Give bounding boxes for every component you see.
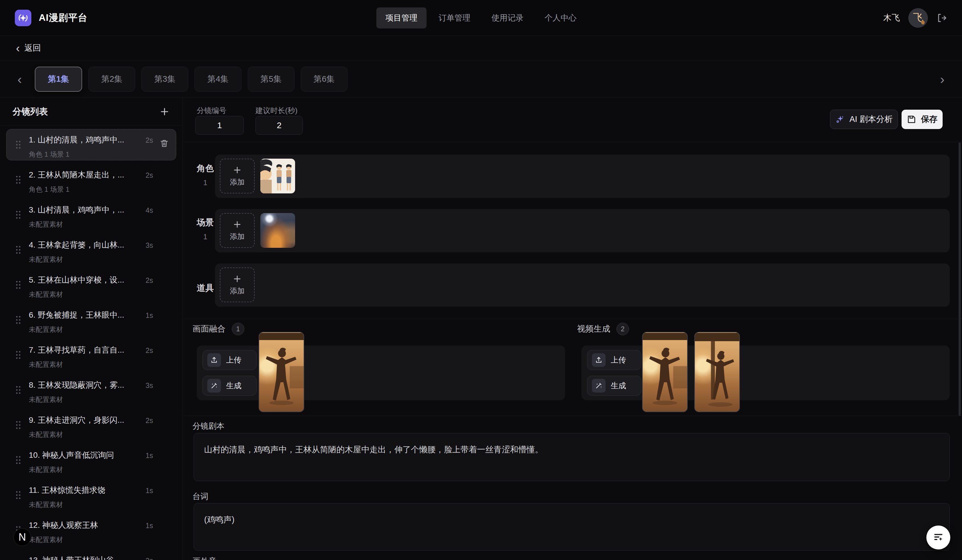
shot-duration: 3s [146, 381, 153, 389]
editor-scrollbar[interactable] [959, 142, 961, 416]
nav-item[interactable]: 项目管理 [376, 7, 426, 29]
shot-title: 13. 神秘人带王林到山谷，... [29, 555, 139, 560]
script-textarea[interactable]: 山村的清晨，鸡鸣声中，王林从简陋的木屋中走出，伸了个懒腰，脸上带着一丝青涩和懵懂… [194, 433, 950, 481]
avatar[interactable]: 飞 [909, 8, 928, 27]
drag-handle-icon[interactable] [15, 315, 21, 325]
top-bar: AI漫剧平台 项目管理订单管理使用记录个人中心 木飞 飞 [0, 0, 962, 36]
drag-handle-icon[interactable] [15, 455, 21, 465]
shot-list-item[interactable]: 9. 王林走进洞穴，身影闪... 未配置素材 2s [6, 409, 176, 441]
shot-list-item[interactable]: 2. 王林从简陋木屋走出，... 角色 1 场景 1 2s [6, 164, 176, 195]
nav-item[interactable]: 使用记录 [483, 7, 533, 29]
back-row: ‹ 返回 [0, 36, 962, 61]
shot-meta: 未配置素材 [29, 395, 63, 404]
shot-meta: 未配置素材 [29, 430, 63, 439]
shot-list-sidebar: 分镜列表 1. 山村的清晨，鸡鸣声中... 角色 1 场景 1 2s [0, 98, 183, 560]
shot-list: 1. 山村的清晨，鸡鸣声中... 角色 1 场景 1 2s 2. 王林从简陋木屋… [6, 129, 176, 560]
script-label: 分镜剧本 [192, 421, 224, 431]
drag-handle-icon[interactable] [15, 245, 21, 255]
shot-title: 8. 王林发现隐蔽洞穴，雾... [29, 380, 139, 391]
shot-list-item[interactable]: 1. 山村的清晨，鸡鸣声中... 角色 1 场景 1 2s [6, 129, 176, 160]
shot-number-input[interactable] [195, 116, 244, 135]
save-button-label: 保存 [921, 114, 938, 125]
username: 木飞 [883, 12, 900, 24]
voiceover-label: 画外音 [192, 556, 216, 560]
add-scene-button[interactable]: 添加 [220, 213, 255, 248]
tabs-scroll-right-icon[interactable]: › [935, 71, 949, 87]
save-button[interactable]: 保存 [902, 109, 943, 129]
drag-handle-icon[interactable] [15, 350, 21, 360]
ai-panel-fab[interactable] [926, 526, 950, 549]
shot-meta: 未配置素材 [29, 290, 63, 299]
user-box: 木飞 飞 [883, 8, 947, 27]
video-section-title: 视频生成 2 [577, 323, 629, 335]
fusion-image-thumbnail[interactable] [258, 332, 304, 412]
drag-handle-icon[interactable] [15, 175, 21, 185]
shot-list-item[interactable]: 3. 山村清晨，鸡鸣声中，... 未配置素材 4s [6, 199, 176, 230]
episode-tab[interactable]: 第4集 [194, 67, 241, 92]
episode-tab[interactable]: 第6集 [301, 67, 347, 92]
video-panel: 上传 生成 [581, 346, 950, 400]
back-button[interactable]: 返回 [24, 42, 41, 54]
divider [183, 142, 962, 142]
nav-item[interactable]: 订单管理 [429, 7, 479, 29]
add-character-button[interactable]: 添加 [220, 159, 255, 193]
shot-meta: 未配置素材 [29, 465, 63, 474]
add-shot-button[interactable] [159, 106, 170, 117]
shot-list-item[interactable]: 7. 王林寻找草药，自言自... 未配置素材 2s [6, 339, 176, 370]
scene-thumbnail[interactable] [260, 213, 295, 248]
shot-list-item[interactable]: 11. 王林惊慌失措求饶 未配置素材 1s [6, 480, 176, 511]
episode-tab[interactable]: 第5集 [248, 67, 295, 92]
video-upload-button[interactable]: 上传 [587, 350, 641, 370]
shot-list-title: 分镜列表 [13, 106, 48, 117]
sparkles-icon [835, 114, 845, 124]
drag-handle-icon[interactable] [15, 490, 21, 500]
shot-duration: 3s [146, 241, 153, 249]
episode-tab[interactable]: 第3集 [141, 67, 188, 92]
drag-handle-icon[interactable] [15, 210, 21, 220]
video-generate-button[interactable]: 生成 [587, 376, 641, 396]
shot-meta: 未配置素材 [29, 325, 63, 334]
nav-item[interactable]: 个人中心 [536, 7, 586, 29]
add-prop-button[interactable]: 添加 [220, 267, 255, 302]
duration-label: 建议时长(秒) [255, 106, 297, 116]
shot-editor: 分镜编号 建议时长(秒) AI 剧本分析 保存 角色 1 添加 [183, 98, 962, 560]
n-dev-badge[interactable]: N [13, 528, 31, 546]
shot-duration: 1s [146, 521, 153, 530]
drag-handle-icon[interactable] [15, 420, 21, 430]
prop-asset-box: 添加 [215, 264, 950, 307]
delete-shot-icon[interactable] [160, 138, 169, 148]
upload-icon [207, 353, 221, 367]
logout-icon[interactable] [936, 13, 947, 23]
shot-duration: 2s [146, 171, 153, 179]
brand: AI漫剧平台 [15, 10, 87, 26]
dialogue-textarea[interactable]: (鸡鸣声) [194, 503, 950, 550]
back-chevron-icon: ‹ [16, 42, 20, 54]
duration-input[interactable] [255, 116, 303, 135]
episode-tabs: 第1集第2集第3集第4集第5集第6集 [35, 67, 347, 92]
character-thumbnail[interactable] [260, 159, 295, 193]
shot-meta: 角色 1 场景 1 [29, 150, 69, 159]
drag-handle-icon[interactable] [15, 280, 21, 290]
shot-list-item[interactable]: 10. 神秘人声音低沉询问 未配置素材 1s [6, 444, 176, 476]
drag-handle-icon[interactable] [15, 140, 21, 150]
video-thumbnail-1[interactable] [642, 332, 688, 412]
episode-tab[interactable]: 第1集 [35, 67, 82, 92]
main-nav: 项目管理订单管理使用记录个人中心 [376, 7, 586, 29]
tabs-scroll-left-icon[interactable]: ‹ [13, 71, 27, 87]
shot-list-item[interactable]: 12. 神秘人观察王林 未配置素材 1s [6, 515, 176, 546]
drag-handle-icon[interactable] [15, 385, 21, 395]
shot-list-item[interactable]: 13. 神秘人带王林到山谷，... 未配置素材 3s [6, 549, 176, 560]
episode-tab[interactable]: 第2集 [89, 67, 135, 92]
shot-title: 9. 王林走进洞穴，身影闪... [29, 415, 139, 426]
shot-list-item[interactable]: 6. 野兔被捕捉，王林眼中... 未配置素材 1s [6, 304, 176, 336]
dialogue-label: 台词 [192, 491, 208, 502]
shot-list-item[interactable]: 8. 王林发现隐蔽洞穴，雾... 未配置素材 3s [6, 374, 176, 406]
fusion-generate-button[interactable]: 生成 [202, 376, 257, 396]
shot-number-label: 分镜编号 [197, 106, 226, 116]
ai-script-analysis-button[interactable]: AI 剧本分析 [830, 109, 898, 129]
video-count-badge: 2 [617, 323, 629, 335]
shot-list-item[interactable]: 4. 王林拿起背篓，向山林... 未配置素材 3s [6, 234, 176, 266]
fusion-upload-button[interactable]: 上传 [202, 350, 257, 370]
video-thumbnail-2[interactable] [694, 332, 740, 412]
shot-list-item[interactable]: 5. 王林在山林中穿梭，设... 未配置素材 2s [6, 269, 176, 301]
